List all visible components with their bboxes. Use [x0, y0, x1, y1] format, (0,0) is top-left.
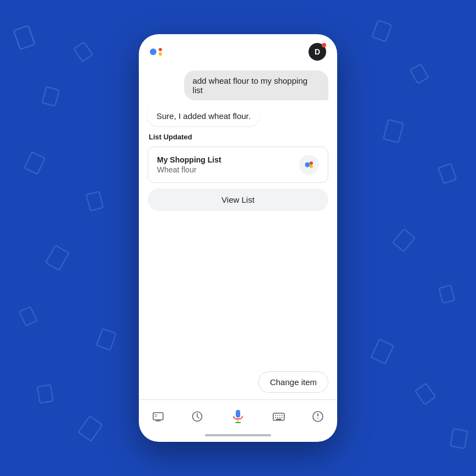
- home-indicator-bar: [205, 434, 271, 436]
- svg-marker-43: [317, 416, 319, 420]
- shopping-list-title: My Shopping List: [157, 155, 221, 164]
- svg-rect-18: [450, 429, 467, 448]
- notification-dot: [322, 43, 326, 47]
- svg-marker-42: [317, 413, 319, 416]
- compass-icon: [311, 410, 324, 423]
- keyboard-icon: [272, 410, 285, 423]
- svg-point-21: [310, 165, 313, 168]
- change-item-area: Change item: [139, 371, 337, 399]
- assistant-reply-bubble: Sure, I added wheat flour.: [148, 106, 259, 126]
- svg-rect-17: [415, 383, 436, 404]
- svg-rect-5: [46, 245, 69, 270]
- user-message-text: add wheat flour to my shopping list: [193, 76, 307, 95]
- user-avatar[interactable]: D: [309, 43, 326, 61]
- change-item-button[interactable]: Change item: [258, 371, 328, 393]
- svg-rect-6: [19, 307, 37, 326]
- shopping-card-info: My Shopping List Wheat flour: [157, 155, 221, 174]
- user-initial: D: [315, 47, 320, 56]
- phone-container: D add wheat flour to my shopping list Su…: [139, 34, 337, 442]
- shopping-list-card[interactable]: My Shopping List Wheat flour: [148, 147, 328, 183]
- svg-rect-0: [14, 25, 35, 49]
- list-updated-label: List Updated: [149, 133, 328, 141]
- svg-rect-13: [439, 164, 457, 183]
- snapshot-icon: [152, 410, 165, 423]
- svg-rect-8: [37, 385, 53, 403]
- recent-toolbar-button[interactable]: [186, 408, 208, 425]
- svg-rect-4: [86, 191, 104, 210]
- svg-rect-14: [393, 229, 415, 251]
- svg-rect-10: [372, 20, 391, 42]
- assistant-logo: [150, 48, 162, 56]
- recent-icon: [191, 410, 204, 423]
- mini-assistant-logo-svg: [303, 159, 315, 171]
- logo-dot-cluster: [159, 48, 162, 56]
- assistant-reply-text: Sure, I added wheat flour.: [156, 111, 251, 121]
- svg-rect-3: [24, 152, 45, 174]
- logo-dot-blue: [150, 48, 156, 55]
- svg-point-19: [305, 163, 310, 167]
- keyboard-toolbar-button[interactable]: [268, 408, 290, 425]
- svg-rect-15: [439, 285, 455, 304]
- shopping-card-logo: [299, 155, 319, 175]
- svg-rect-16: [371, 339, 394, 364]
- chat-area: add wheat flour to my shopping list Sure…: [139, 66, 337, 371]
- svg-rect-11: [410, 64, 428, 83]
- svg-rect-2: [74, 42, 93, 62]
- mic-toolbar-button[interactable]: [225, 405, 251, 428]
- view-list-button[interactable]: View List: [148, 188, 328, 211]
- mic-icon: [229, 408, 247, 425]
- svg-rect-9: [78, 416, 102, 441]
- svg-point-20: [310, 161, 313, 165]
- home-indicator: [139, 431, 337, 442]
- compass-toolbar-button[interactable]: [307, 408, 329, 425]
- logo-dot-yellow: [159, 52, 162, 56]
- snapshot-toolbar-button[interactable]: [147, 408, 169, 425]
- header: D: [139, 34, 337, 66]
- svg-rect-7: [96, 329, 116, 350]
- logo-dot-red: [159, 48, 162, 51]
- svg-rect-1: [42, 86, 60, 106]
- svg-rect-28: [236, 410, 240, 418]
- user-message-bubble: add wheat flour to my shopping list: [184, 71, 328, 100]
- svg-rect-12: [383, 120, 403, 143]
- shopping-list-item: Wheat flour: [157, 165, 221, 174]
- bottom-toolbar: [139, 399, 337, 431]
